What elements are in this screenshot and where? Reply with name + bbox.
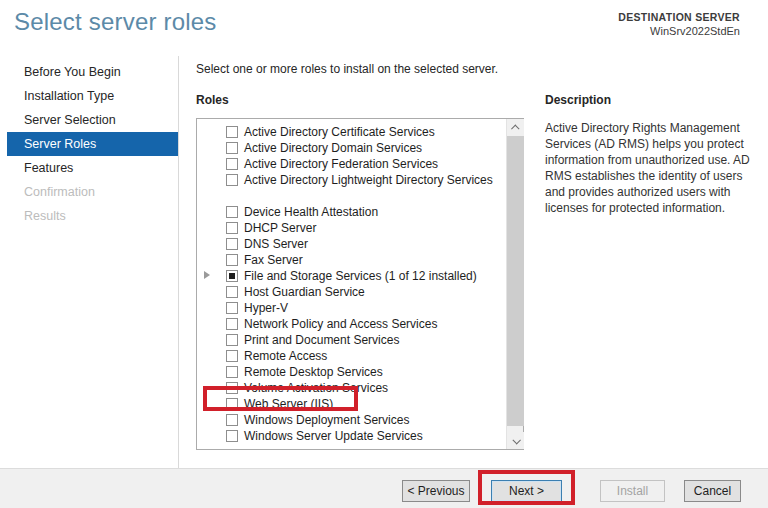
checkbox[interactable] <box>226 158 238 170</box>
role-row-dhcp-server[interactable]: DHCP Server <box>197 220 506 236</box>
scrollbar-up-icon[interactable] <box>507 119 524 136</box>
cancel-button[interactable]: Cancel <box>684 480 741 502</box>
sidebar-item-confirmation: Confirmation <box>0 180 178 204</box>
checkbox[interactable] <box>226 222 238 234</box>
checkbox[interactable] <box>226 334 238 346</box>
sidebar-divider <box>178 56 179 468</box>
checkbox[interactable] <box>226 206 238 218</box>
role-row-dns-server[interactable]: DNS Server <box>197 236 506 252</box>
intro-text: Select one or more roles to install on t… <box>196 62 498 76</box>
scrollbar-down-icon[interactable] <box>507 432 524 449</box>
checkbox[interactable] <box>226 286 238 298</box>
destination-server-name: WinSrv2022StdEn <box>618 24 740 38</box>
role-row-windows-server-update-services[interactable]: Windows Server Update Services <box>197 428 506 444</box>
role-row-print-document-services[interactable]: Print and Document Services <box>197 332 506 348</box>
checkbox[interactable] <box>226 302 238 314</box>
role-label: Fax Server <box>244 253 303 267</box>
checkbox-partial[interactable] <box>226 270 238 282</box>
description-header: Description <box>545 93 611 107</box>
description-body: Active Directory Rights Management Servi… <box>545 120 757 216</box>
checkbox[interactable] <box>226 382 238 394</box>
checkbox[interactable] <box>226 174 238 186</box>
role-row-remote-desktop-services[interactable]: Remote Desktop Services <box>197 364 506 380</box>
list-group-spacer <box>197 188 506 204</box>
sidebar-item-results: Results <box>0 204 178 228</box>
checkbox[interactable] <box>226 398 238 410</box>
destination-server-label: DESTINATION SERVER <box>618 10 740 24</box>
checkbox[interactable] <box>226 238 238 250</box>
role-row-network-policy-access[interactable]: Network Policy and Access Services <box>197 316 506 332</box>
role-label: Active Directory Certificate Services <box>244 125 435 139</box>
role-label: Remote Desktop Services <box>244 365 383 379</box>
previous-button[interactable]: < Previous <box>402 480 470 502</box>
scrollbar[interactable] <box>506 119 523 449</box>
role-label: File and Storage Services (1 of 12 insta… <box>244 269 477 283</box>
roles-header: Roles <box>196 93 229 107</box>
checkbox[interactable] <box>226 366 238 378</box>
role-row-windows-deployment-services[interactable]: Windows Deployment Services <box>197 412 506 428</box>
checkbox[interactable] <box>226 142 238 154</box>
role-label: Volume Activation Services <box>244 381 388 395</box>
page-title: Select server roles <box>14 8 217 36</box>
role-label: Active Directory Lightweight Directory S… <box>244 173 493 187</box>
checkbox[interactable] <box>226 126 238 138</box>
roles-rows: Active Directory Certificate Services Ac… <box>197 119 506 449</box>
role-label: Windows Deployment Services <box>244 413 409 427</box>
sidebar-item-features[interactable]: Features <box>0 156 178 180</box>
sidebar-item-server-roles[interactable]: Server Roles <box>7 132 178 156</box>
role-label: Web Server (IIS) <box>244 397 333 411</box>
role-label: DNS Server <box>244 237 308 251</box>
destination-server-block: DESTINATION SERVER WinSrv2022StdEn <box>618 10 740 38</box>
install-button[interactable]: Install <box>600 480 665 502</box>
role-row-ad-domain-services[interactable]: Active Directory Domain Services <box>197 140 506 156</box>
checkbox[interactable] <box>226 254 238 266</box>
checkbox[interactable] <box>226 318 238 330</box>
wizard-sidebar: Before You Begin Installation Type Serve… <box>0 60 178 228</box>
role-label: Print and Document Services <box>244 333 399 347</box>
role-row-web-server-iis[interactable]: Web Server (IIS) <box>197 396 506 412</box>
role-row-fax-server[interactable]: Fax Server <box>197 252 506 268</box>
role-label: Host Guardian Service <box>244 285 365 299</box>
role-label: Hyper-V <box>244 301 288 315</box>
role-row-ad-certificate-services[interactable]: Active Directory Certificate Services <box>197 124 506 140</box>
role-row-volume-activation-services[interactable]: Volume Activation Services <box>197 380 506 396</box>
sidebar-item-before-you-begin[interactable]: Before You Begin <box>0 60 178 84</box>
sidebar-item-installation-type[interactable]: Installation Type <box>0 84 178 108</box>
role-label: Device Health Attestation <box>244 205 378 219</box>
role-label: DHCP Server <box>244 221 316 235</box>
scrollbar-thumb[interactable] <box>507 136 524 426</box>
checkbox[interactable] <box>226 350 238 362</box>
role-row-remote-access[interactable]: Remote Access <box>197 348 506 364</box>
role-row-ad-lightweight-directory-services[interactable]: Active Directory Lightweight Directory S… <box>197 172 506 188</box>
role-row-host-guardian-service[interactable]: Host Guardian Service <box>197 284 506 300</box>
role-row-hyper-v[interactable]: Hyper-V <box>197 300 506 316</box>
next-button[interactable]: Next > <box>491 480 562 502</box>
role-label: Remote Access <box>244 349 327 363</box>
footer-bar: < Previous Next > Install Cancel <box>0 468 768 508</box>
role-label: Active Directory Domain Services <box>244 141 422 155</box>
checkbox[interactable] <box>226 414 238 426</box>
roles-listbox: Active Directory Certificate Services Ac… <box>196 118 524 450</box>
role-row-file-and-storage-services[interactable]: File and Storage Services (1 of 12 insta… <box>197 268 506 284</box>
role-label: Network Policy and Access Services <box>244 317 437 331</box>
checkbox[interactable] <box>226 430 238 442</box>
role-row-device-health-attestation[interactable]: Device Health Attestation <box>197 204 506 220</box>
role-label: Windows Server Update Services <box>244 429 423 443</box>
role-row-ad-federation-services[interactable]: Active Directory Federation Services <box>197 156 506 172</box>
sidebar-item-server-selection[interactable]: Server Selection <box>0 108 178 132</box>
role-label: Active Directory Federation Services <box>244 157 438 171</box>
expand-arrow-icon[interactable] <box>204 271 210 279</box>
